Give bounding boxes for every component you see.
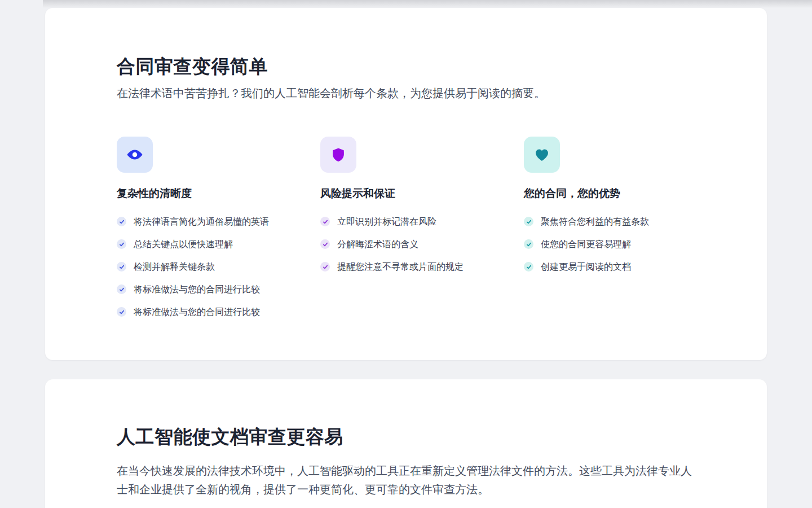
features-grid: 复杂性的清晰度 将法律语言简化为通俗易懂的英语 总结关键点以便快速理解 检测并解… bbox=[117, 137, 695, 329]
feature-item: 提醒您注意不寻常或片面的规定 bbox=[320, 261, 492, 272]
feature-item-label: 使您的合同更容易理解 bbox=[541, 239, 631, 249]
feature-item: 创建更易于阅读的文档 bbox=[524, 261, 695, 272]
feature-item-label: 将法律语言简化为通俗易懂的英语 bbox=[134, 216, 269, 227]
feature-item: 使您的合同更容易理解 bbox=[524, 239, 695, 249]
feature-list: 立即识别并标记潜在风险 分解晦涩术语的含义 提醒您注意不寻常或片面的规定 bbox=[320, 216, 492, 272]
feature-item-label: 立即识别并标记潜在风险 bbox=[337, 216, 436, 227]
article-card: 人工智能使文档审查更容易 在当今快速发展的法律技术环境中，人工智能驱动的工具正在… bbox=[45, 379, 767, 508]
feature-item: 将标准做法与您的合同进行比较 bbox=[117, 284, 288, 295]
feature-item: 分解晦涩术语的含义 bbox=[320, 239, 492, 249]
feature-item-label: 将标准做法与您的合同进行比较 bbox=[134, 284, 260, 295]
check-icon bbox=[320, 217, 330, 226]
feature-column-risk: 风险提示和保证 立即识别并标记潜在风险 分解晦涩术语的含义 提醒您注意不寻常或片… bbox=[320, 137, 492, 329]
feature-item: 将标准做法与您的合同进行比较 bbox=[117, 306, 288, 317]
eye-icon bbox=[117, 137, 153, 173]
article-paragraph: 在当今快速发展的法律技术环境中，人工智能驱动的工具正在重新定义管理法律文件的方法… bbox=[117, 462, 695, 499]
check-icon bbox=[320, 262, 330, 271]
feature-item: 检测并解释关键条款 bbox=[117, 261, 288, 272]
article-title: 人工智能使文档审查更容易 bbox=[117, 426, 695, 448]
check-icon bbox=[117, 217, 126, 226]
check-icon bbox=[117, 239, 126, 249]
features-subtitle: 在法律术语中苦苦挣扎？我们的人工智能会剖析每个条款，为您提供易于阅读的摘要。 bbox=[117, 85, 695, 101]
feature-item-label: 分解晦涩术语的含义 bbox=[337, 239, 418, 249]
feature-item: 立即识别并标记潜在风险 bbox=[320, 216, 492, 227]
features-card: 合同审查变得简单 在法律术语中苦苦挣扎？我们的人工智能会剖析每个条款，为您提供易… bbox=[45, 8, 767, 360]
feature-item-label: 提醒您注意不寻常或片面的规定 bbox=[337, 261, 464, 272]
feature-item-label: 将标准做法与您的合同进行比较 bbox=[134, 306, 260, 317]
check-icon bbox=[524, 239, 533, 249]
check-icon bbox=[320, 239, 330, 249]
feature-list: 将法律语言简化为通俗易懂的英语 总结关键点以便快速理解 检测并解释关键条款 将标… bbox=[117, 216, 288, 317]
feature-item: 将法律语言简化为通俗易懂的英语 bbox=[117, 216, 288, 227]
previous-section-shadow bbox=[43, 0, 812, 8]
feature-title: 风险提示和保证 bbox=[320, 186, 492, 201]
feature-item-label: 聚焦符合您利益的有益条款 bbox=[541, 216, 649, 227]
feature-item-label: 检测并解释关键条款 bbox=[134, 261, 215, 272]
feature-item: 聚焦符合您利益的有益条款 bbox=[524, 216, 695, 227]
check-icon bbox=[117, 262, 126, 271]
check-icon bbox=[117, 284, 126, 294]
feature-title: 复杂性的清晰度 bbox=[117, 186, 288, 201]
shield-icon bbox=[320, 137, 356, 173]
feature-column-advantage: 您的合同，您的优势 聚焦符合您利益的有益条款 使您的合同更容易理解 创建更易于阅… bbox=[524, 137, 695, 329]
feature-item-label: 创建更易于阅读的文档 bbox=[541, 261, 631, 272]
feature-item-label: 总结关键点以便快速理解 bbox=[134, 239, 233, 249]
check-icon bbox=[117, 307, 126, 317]
check-icon bbox=[524, 262, 533, 271]
heart-icon bbox=[524, 137, 560, 173]
check-icon bbox=[524, 217, 533, 226]
feature-column-clarity: 复杂性的清晰度 将法律语言简化为通俗易懂的英语 总结关键点以便快速理解 检测并解… bbox=[117, 137, 288, 329]
feature-item: 总结关键点以便快速理解 bbox=[117, 239, 288, 249]
feature-title: 您的合同，您的优势 bbox=[524, 186, 695, 201]
feature-list: 聚焦符合您利益的有益条款 使您的合同更容易理解 创建更易于阅读的文档 bbox=[524, 216, 695, 272]
features-title: 合同审查变得简单 bbox=[117, 55, 695, 78]
